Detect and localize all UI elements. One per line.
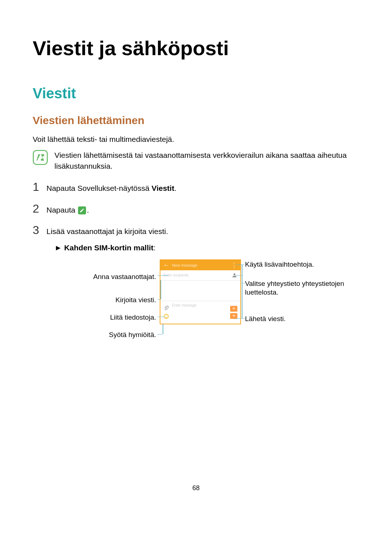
section-title: Viestit: [33, 85, 359, 102]
step-number: 1: [33, 180, 40, 194]
step-3-sublabel: ► Kahden SIM-kortin mallit:: [54, 243, 359, 252]
callout-attach: Liitä tiedostoja.: [105, 313, 156, 322]
callout-more-options: Käytä lisävaihtoehtoja.: [245, 260, 314, 269]
svg-point-3: [167, 315, 167, 316]
attach-icon[interactable]: [163, 305, 169, 311]
callout-recipients: Anna vastaanottajat.: [93, 272, 156, 282]
intro-text: Voit lähettää teksti- tai multimediavies…: [33, 134, 359, 144]
note-row: Viestien lähettämisestä tai vastaanottam…: [33, 150, 359, 171]
phone-title: New message: [172, 263, 228, 267]
step-number: 3: [33, 223, 40, 237]
compose-icon: [78, 206, 86, 214]
callout-write-message: Kirjoita viesti.: [111, 296, 156, 305]
step-1-bold: Viestit: [152, 184, 175, 192]
send-sim1-button[interactable]: ✉: [230, 306, 237, 312]
recipients-placeholder[interactable]: Enter recipients: [163, 273, 232, 277]
arrow: ►: [54, 243, 64, 252]
recipients-row: Enter recipients: [160, 270, 240, 281]
step-number: 2: [33, 202, 40, 216]
diagram: ← New message ⋮ Enter recipients: [33, 259, 359, 361]
back-icon[interactable]: ←: [163, 262, 169, 268]
callout-emoji: Syötä hymiöitä.: [105, 331, 156, 340]
sublabel-bold: Kahden SIM-kortin mallit: [64, 243, 154, 252]
svg-rect-0: [33, 151, 48, 165]
page-title: Viestit ja sähköposti: [33, 36, 359, 60]
svg-point-2: [165, 315, 166, 316]
step-1: 1 Napauta Sovellukset-näytössä Viestit.: [33, 180, 359, 194]
page-number: 68: [33, 484, 359, 492]
step-2-pre: Napauta: [46, 206, 77, 214]
message-body[interactable]: [160, 281, 240, 301]
step-1-pre: Napauta Sovellukset-näytössä: [46, 184, 152, 192]
emoji-icon[interactable]: [163, 313, 169, 319]
phone-screenshot: ← New message ⋮ Enter recipients: [160, 259, 241, 324]
step-1-post: .: [174, 184, 176, 192]
phone-header: ← New message ⋮: [160, 260, 240, 270]
note-text: Viestien lähettämisestä tai vastaanottam…: [54, 150, 359, 171]
step-3: 3 Lisää vastaanottajat ja kirjoita viest…: [33, 223, 359, 237]
compose-row: Enter message ✉ ✉: [160, 301, 240, 324]
step-2: 2 Napauta .: [33, 202, 359, 216]
note-icon: [33, 150, 48, 165]
callout-send: Lähetä viesti.: [245, 315, 286, 324]
more-icon[interactable]: ⋮: [231, 262, 237, 268]
svg-point-1: [164, 314, 168, 319]
step-2-post: .: [87, 206, 89, 214]
subsection-title: Viestien lähettäminen: [33, 114, 359, 127]
step-3-text: Lisää vastaanottajat ja kirjoita viesti.: [46, 226, 168, 237]
message-input[interactable]: Enter message: [172, 303, 230, 307]
callout-select-contact: Valitse yhteystieto yhteystietojen luett…: [245, 279, 354, 297]
sublabel-colon: :: [154, 243, 156, 252]
